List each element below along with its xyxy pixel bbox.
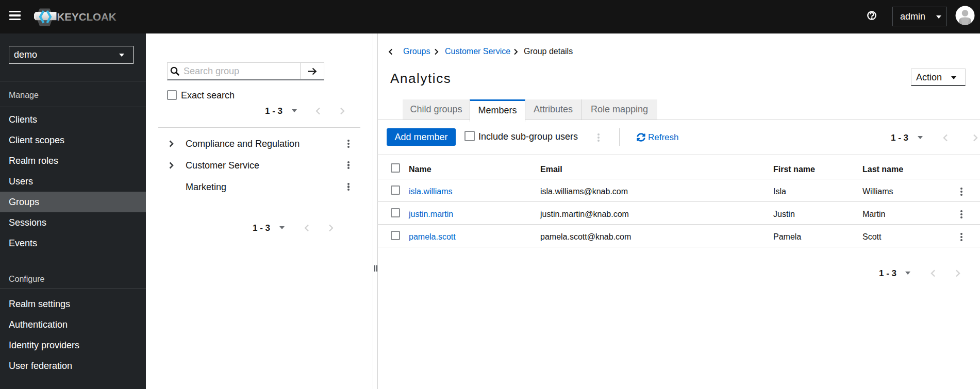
svg-text:KEYCLOAK: KEYCLOAK xyxy=(57,11,117,23)
